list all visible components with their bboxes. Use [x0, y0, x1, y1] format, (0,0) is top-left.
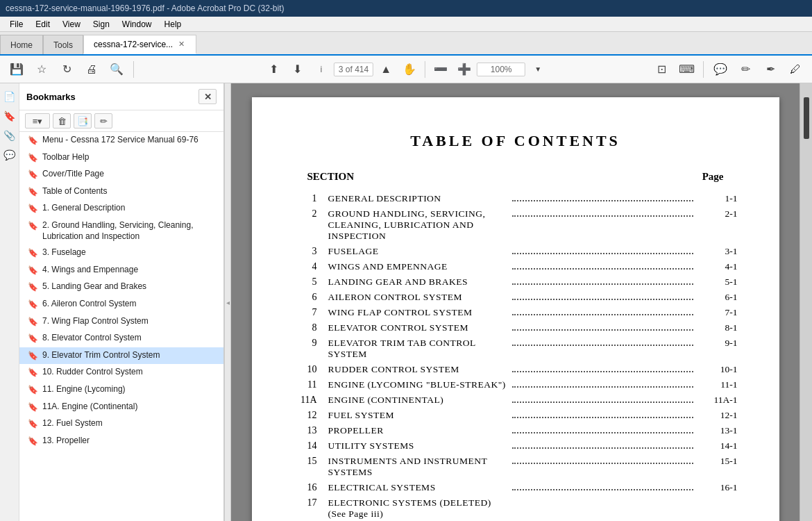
toc-row-page: 4-1: [696, 261, 738, 272]
close-bookmarks-button[interactable]: ✕: [198, 89, 217, 104]
bookmarks-panel-icon[interactable]: 🔖: [2, 108, 17, 124]
toc-row[interactable]: 15 INSTRUMENTS AND INSTRUMENT SYSTEMS 15…: [294, 454, 738, 480]
toc-row-title: ELEVATOR TRIM TAB CONTROL SYSTEM: [328, 338, 509, 360]
toc-row-title: RUDDER CONTROL SYSTEM: [328, 364, 509, 375]
menu-edit[interactable]: Edit: [30, 18, 56, 31]
toc-row[interactable]: 8 ELEVATOR CONTROL SYSTEM 8-1: [294, 320, 738, 336]
toc-row[interactable]: 9 ELEVATOR TRIM TAB CONTROL SYSTEM 9-1: [294, 336, 738, 362]
pages-panel-icon[interactable]: 📄: [2, 89, 17, 104]
toc-row[interactable]: 17 ELECTRONIC SYSTEMS (DELETED) (See Pag…: [294, 495, 738, 521]
bookmark-item-menu[interactable]: 🔖 Menu - Cessna 172 Service Manual 69-76: [19, 132, 223, 149]
select-tool-button[interactable]: ▲: [375, 60, 397, 79]
menu-window[interactable]: Window: [117, 18, 158, 31]
toolbar: 💾 ☆ ↻ 🖨 🔍 ⬆ ⬇ i 3 of 414 ▲ ✋ ➖ ➕ 100% ▼ …: [0, 56, 812, 83]
new-bookmark-button[interactable]: 📑: [74, 113, 92, 129]
search-button[interactable]: 🔍: [105, 60, 128, 79]
menu-file[interactable]: File: [4, 18, 28, 31]
save-button[interactable]: 💾: [6, 60, 28, 79]
bookmark-item-rudder[interactable]: 🔖 10. Rudder Control System: [19, 364, 223, 381]
edit-bookmark-button[interactable]: ✏: [94, 113, 112, 129]
toc-row-num: 4: [294, 261, 328, 272]
zoom-dropdown-icon[interactable]: ▼: [527, 60, 549, 79]
delete-bookmark-button[interactable]: 🗑: [53, 113, 71, 129]
toc-row-num: 12: [294, 410, 328, 421]
tab-tools[interactable]: Tools: [43, 35, 83, 54]
toc-row[interactable]: 3 FUSELAGE 3-1: [294, 244, 738, 259]
bookmark-item-cover[interactable]: 🔖 Cover/Title Page: [19, 166, 223, 183]
toolbar-separator-2: [425, 61, 425, 78]
zoom-out-button[interactable]: ➖: [430, 60, 452, 79]
bookmark-item-ground[interactable]: 🔖 2. Ground Handling, Servicing, Cleanin…: [19, 217, 223, 245]
comment-button[interactable]: 💬: [709, 60, 731, 79]
bookmark-item-wingflap[interactable]: 🔖 7. Wing Flap Control System: [19, 313, 223, 331]
toc-row[interactable]: 16 ELECTRICAL SYSTEMS 16-1: [294, 480, 738, 495]
hand-tool-button[interactable]: ✋: [398, 60, 421, 79]
tab-home[interactable]: Home: [0, 35, 43, 54]
zoom-level[interactable]: 100%: [477, 63, 525, 76]
bookmark-label: 7. Wing Flap Control System: [42, 316, 149, 327]
bookmark-item-elevtrim[interactable]: 🔖 9. Elevator Trim Control System: [19, 347, 223, 365]
page-title: TABLE OF CONTENTS: [294, 132, 738, 150]
toc-row-page: 11-1: [696, 379, 738, 390]
toc-row[interactable]: 11 ENGINE (LYCOMING "BLUE-STREAK") 11-1: [294, 377, 738, 392]
print-button[interactable]: 🖨: [81, 60, 103, 79]
toc-row-page: 11A-1: [696, 395, 738, 406]
bookmark-item-elevator[interactable]: 🔖 8. Elevator Control System: [19, 330, 223, 347]
toc-row[interactable]: 7 WING FLAP CONTROL SYSTEM 7-1: [294, 305, 738, 320]
bookmark-item-wings[interactable]: 🔖 4. Wings and Empennage: [19, 262, 223, 279]
toc-row[interactable]: 2 GROUND HANDLING, SERVICING, CLEANING, …: [294, 206, 738, 244]
refresh-button[interactable]: ↻: [56, 60, 78, 79]
toc-row[interactable]: 1 GENERAL DESCRIPTION 1-1: [294, 191, 738, 206]
bookmark-button[interactable]: ☆: [31, 60, 53, 79]
bookmark-item-aileron[interactable]: 🔖 6. Aileron Control System: [19, 296, 223, 313]
toc-row-page: 15-1: [696, 456, 738, 467]
toc-row[interactable]: 4 WINGS AND EMPENNAGE 4-1: [294, 259, 738, 274]
draw-button[interactable]: ✒: [759, 60, 781, 79]
tab-doc[interactable]: cessna-172-service... ✕: [83, 35, 196, 54]
bookmark-item-fuel[interactable]: 🔖 12. Fuel System: [19, 415, 223, 433]
zoom-in-button[interactable]: ➕: [453, 60, 475, 79]
highlight-button[interactable]: ✏: [734, 60, 756, 79]
scroll-down-button[interactable]: ⬇: [287, 60, 309, 79]
menu-view[interactable]: View: [57, 18, 86, 31]
expand-all-button[interactable]: ≡▾: [25, 113, 50, 129]
bookmark-icon: 🔖: [28, 265, 38, 276]
toc-row[interactable]: 5 LANDING GEAR AND BRAKES 5-1: [294, 274, 738, 290]
bookmark-item-landing[interactable]: 🔖 5. Landing Gear and Brakes: [19, 279, 223, 296]
menu-sign[interactable]: Sign: [87, 18, 115, 31]
tab-close-icon[interactable]: ✕: [177, 40, 186, 49]
attachments-panel-icon[interactable]: 📎: [2, 128, 17, 143]
keyboard-button[interactable]: ⌨: [675, 60, 697, 79]
resize-handle[interactable]: ◂: [224, 83, 231, 521]
bookmark-item-fuselage[interactable]: 🔖 3. Fuselage: [19, 245, 223, 262]
toc-row[interactable]: 6 AILERON CONTROL SYSTEM 6-1: [294, 290, 738, 305]
fit-page-button[interactable]: ⊡: [650, 60, 673, 79]
comments-panel-icon[interactable]: 💬: [2, 147, 17, 163]
bookmark-item-toc[interactable]: 🔖 Table of Contents: [19, 183, 223, 201]
toc-row-title: WING FLAP CONTROL SYSTEM: [328, 307, 509, 318]
bookmark-item-engine-lyc[interactable]: 🔖 11. Engine (Lycoming): [19, 381, 223, 399]
sign-button[interactable]: 🖊: [784, 60, 806, 79]
toc-dots: [512, 386, 693, 388]
pdf-area[interactable]: TABLE OF CONTENTS SECTION Page 1 GENERAL…: [231, 83, 800, 521]
bookmark-item-toolbar-help[interactable]: 🔖 Toolbar Help: [19, 149, 223, 167]
toc-row-num: 1: [294, 193, 328, 204]
toc-row[interactable]: 12 FUEL SYSTEM 12-1: [294, 408, 738, 423]
toc-row-title: GROUND HANDLING, SERVICING, CLEANING, LU…: [328, 208, 509, 242]
bookmark-item-gen-desc[interactable]: 🔖 1. General Description: [19, 200, 223, 217]
scroll-up-button[interactable]: ⬆: [263, 60, 285, 79]
bookmark-item-prop[interactable]: 🔖 13. Propeller: [19, 433, 223, 450]
bookmark-item-engine-cont[interactable]: 🔖 11A. Engine (Continental): [19, 399, 223, 416]
toc-row[interactable]: 13 PROPELLER 13-1: [294, 423, 738, 438]
bookmark-label: 13. Propeller: [42, 436, 90, 447]
bookmark-label: Toolbar Help: [42, 152, 89, 163]
toc-row-num: 13: [294, 425, 328, 436]
toc-row[interactable]: 11A ENGINE (CONTINENTAL) 11A-1: [294, 392, 738, 408]
toc-row[interactable]: 14 UTILITY SYSTEMS 14-1: [294, 438, 738, 454]
bookmark-icon: 🔖: [28, 367, 38, 379]
toc-row-title: ENGINE (LYCOMING "BLUE-STREAK"): [328, 379, 509, 390]
menu-help[interactable]: Help: [159, 18, 187, 31]
toolbar-separator-3: [703, 61, 704, 78]
page-info[interactable]: 3 of 414: [334, 63, 373, 76]
toc-row[interactable]: 10 RUDDER CONTROL SYSTEM 10-1: [294, 362, 738, 377]
